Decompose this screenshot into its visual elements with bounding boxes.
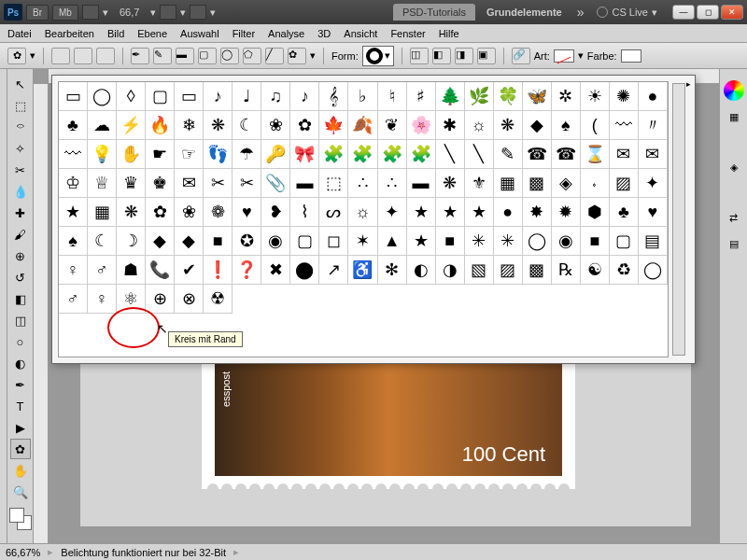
shape-cell[interactable]: ♪ (290, 82, 319, 111)
color-panel-icon[interactable] (724, 80, 744, 101)
history-brush-tool[interactable]: ↺ (10, 267, 31, 287)
extras-icon[interactable] (190, 5, 206, 20)
ellipse-shape-button[interactable]: ◯ (220, 48, 239, 64)
color-swatches[interactable] (9, 508, 31, 534)
maximize-button[interactable]: ◻ (697, 5, 719, 20)
shape-cell[interactable]: ♿ (348, 256, 377, 285)
shape-cell[interactable]: ⬚ (319, 169, 348, 198)
shape-cell[interactable]: ◯ (639, 256, 668, 285)
shape-cell[interactable]: 〃 (639, 111, 668, 140)
shape-cell[interactable]: 👣 (204, 140, 233, 169)
shape-cell[interactable]: ⚛ (117, 285, 146, 314)
menu-datei[interactable]: Datei (7, 28, 32, 39)
shape-cell[interactable]: 🧩 (407, 140, 436, 169)
dodge-tool[interactable]: ◐ (10, 353, 31, 373)
shape-cell[interactable]: ▩ (523, 169, 552, 198)
zoom-display[interactable]: 66,7 (112, 7, 147, 18)
shape-cell[interactable]: ◊ (117, 82, 146, 111)
shape-cell[interactable]: ⌇ (290, 198, 319, 227)
shape-cell[interactable]: ♫ (261, 82, 290, 111)
path-button[interactable] (74, 48, 92, 64)
shape-cell[interactable]: ▭ (59, 82, 88, 111)
lasso-tool[interactable]: ⌔ (10, 117, 31, 137)
hand-tool[interactable]: ✋ (10, 460, 31, 481)
shape-cell[interactable]: ♔ (59, 169, 88, 198)
shape-cell[interactable]: ✳ (494, 227, 523, 256)
path-select-tool[interactable]: ▶ (10, 417, 31, 438)
shape-cell[interactable]: 📞 (146, 256, 175, 285)
color-swatch[interactable] (621, 49, 641, 63)
blur-tool[interactable]: ○ (10, 331, 31, 352)
pen-tool[interactable]: ✒ (10, 374, 31, 395)
shape-cell[interactable]: ★ (407, 227, 436, 256)
menu-bild[interactable]: Bild (107, 28, 124, 39)
shape-cell[interactable]: 🍂 (348, 111, 377, 140)
shape-cell[interactable]: ◯ (88, 82, 117, 111)
shape-cell[interactable]: ▢ (290, 227, 319, 256)
shape-cell[interactable]: ✔ (175, 256, 204, 285)
shape-cell[interactable]: ★ (465, 198, 494, 227)
shape-cell[interactable]: ◯ (523, 227, 552, 256)
shape-cell[interactable]: ▦ (494, 169, 523, 198)
brush-tool[interactable]: 🖌 (10, 224, 31, 245)
shape-cell[interactable]: ▲ (378, 227, 407, 256)
shape-cell[interactable]: ☢ (204, 285, 233, 314)
shape-cell[interactable]: ❋ (494, 111, 523, 140)
stamp-tool[interactable]: ⊕ (10, 245, 31, 266)
shape-cell[interactable]: ∴ (348, 169, 377, 198)
shape-cell[interactable]: ▦ (88, 198, 117, 227)
shape-cell[interactable]: ✎ (494, 140, 523, 169)
shape-cell[interactable]: 🍁 (319, 111, 348, 140)
shape-cell[interactable]: ❥ (261, 198, 290, 227)
shape-cell[interactable]: 🔑 (261, 140, 290, 169)
shape-cell[interactable]: ✺ (610, 82, 639, 111)
shape-cell[interactable]: ▧ (465, 256, 494, 285)
shape-cell[interactable]: ★ (407, 198, 436, 227)
shape-cell[interactable]: ✂ (233, 169, 261, 198)
fill-pixels-button[interactable] (96, 48, 115, 64)
shape-cell[interactable]: ■ (581, 227, 610, 256)
combine-intersect-button[interactable]: ◨ (455, 48, 473, 64)
tool-preset-icon[interactable]: ✿ (7, 48, 26, 64)
shape-cell[interactable]: ✻ (378, 256, 407, 285)
shape-cell[interactable]: 🧩 (378, 140, 407, 169)
shape-cell[interactable]: ✲ (552, 82, 581, 111)
freeform-shape-button[interactable]: ✎ (153, 48, 172, 64)
eyedropper-tool[interactable]: 💧 (10, 181, 31, 202)
layers-panel-icon[interactable]: ◈ (724, 157, 744, 177)
shape-cell[interactable]: ♠ (552, 111, 581, 140)
shape-cell[interactable]: ☛ (146, 140, 175, 169)
shape-cell[interactable]: ✿ (146, 198, 175, 227)
shape-cell[interactable]: ◻ (319, 227, 348, 256)
shape-cell[interactable]: ♪ (204, 82, 233, 111)
shape-cell[interactable]: ✦ (378, 198, 407, 227)
picker-scrollbar[interactable] (672, 83, 685, 356)
styles-panel-icon[interactable]: ▤ (724, 233, 744, 254)
shape-cell[interactable]: ☀ (581, 82, 610, 111)
shape-cell[interactable]: ⬢ (581, 198, 610, 227)
rect-shape-button[interactable]: ▬ (176, 48, 194, 64)
picker-menu-icon[interactable]: ▸ (686, 79, 691, 89)
shape-cell[interactable]: ❋ (204, 111, 233, 140)
shape-cell[interactable]: ♕ (88, 169, 117, 198)
shape-cell[interactable]: ☎ (523, 140, 552, 169)
shape-cell[interactable]: ♩ (233, 82, 261, 111)
shape-cell[interactable]: ╲ (465, 140, 494, 169)
shape-cell[interactable]: ★ (436, 198, 465, 227)
shape-cell[interactable]: ✉ (610, 140, 639, 169)
shape-cell[interactable]: ◆ (146, 227, 175, 256)
combine-subtract-button[interactable]: ◧ (432, 48, 451, 64)
shape-cell[interactable]: ✦ (639, 169, 668, 198)
shape-cell[interactable]: ♛ (117, 169, 146, 198)
shape-cell[interactable]: ⊗ (175, 285, 204, 314)
link-icon[interactable]: 🔗 (512, 48, 530, 64)
shape-cell[interactable]: ● (494, 198, 523, 227)
menu-ansicht[interactable]: Ansicht (344, 28, 377, 39)
menu-hilfe[interactable]: Hilfe (439, 28, 459, 39)
menu-bearbeiten[interactable]: Bearbeiten (45, 28, 94, 39)
shape-cell[interactable]: ∴ (378, 169, 407, 198)
shape-cell[interactable]: ✉ (175, 169, 204, 198)
shape-tool[interactable]: ✿ (10, 439, 31, 459)
roundrect-shape-button[interactable]: ▢ (198, 48, 217, 64)
shape-cell[interactable]: ♣ (610, 198, 639, 227)
